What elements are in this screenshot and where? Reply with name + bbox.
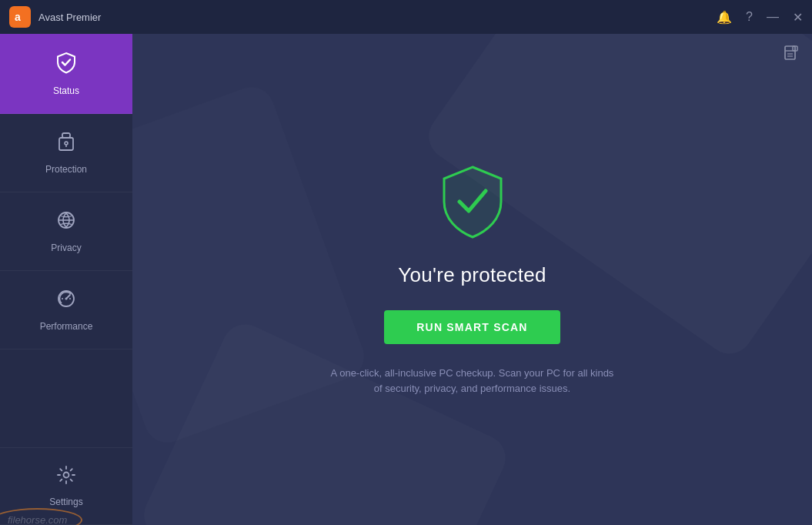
watermark-text: filehorse.com	[0, 508, 82, 525]
watermark: filehorse.com	[0, 508, 82, 525]
sidebar-item-label-status: Status	[53, 85, 79, 96]
sidebar-bottom: Settings filehorse.com	[0, 447, 132, 525]
performance-icon	[55, 288, 77, 315]
app-title: Avast Premier	[38, 12, 101, 23]
shield-container	[438, 163, 507, 243]
svg-text:a: a	[15, 11, 21, 23]
privacy-icon	[55, 209, 77, 236]
close-icon[interactable]: ✕	[793, 10, 803, 25]
scan-description: A one-click, all-inclusive PC checkup. S…	[326, 366, 619, 396]
sidebar-item-status[interactable]: Status	[0, 34, 132, 114]
sidebar-item-settings[interactable]: Settings filehorse.com	[0, 448, 132, 525]
svg-rect-13	[785, 46, 795, 59]
sidebar: Status Protection	[0, 34, 132, 525]
run-smart-scan-button[interactable]: RUN SMART SCAN	[384, 310, 560, 344]
document-icon[interactable]	[783, 45, 800, 65]
minimize-icon[interactable]: ―	[767, 10, 779, 24]
status-content: You're protected RUN SMART SCAN A one-cl…	[326, 163, 619, 396]
sidebar-item-protection[interactable]: Protection	[0, 114, 132, 192]
status-icon	[55, 51, 78, 79]
sidebar-item-label-privacy: Privacy	[51, 242, 81, 253]
sidebar-item-performance[interactable]: Performance	[0, 271, 132, 349]
app-container: Status Protection	[0, 34, 812, 525]
main-content: You're protected RUN SMART SCAN A one-cl…	[132, 34, 812, 525]
status-text: You're protected	[398, 263, 546, 287]
window-controls: 🔔 ? ― ✕	[717, 10, 803, 25]
sidebar-item-privacy[interactable]: Privacy	[0, 192, 132, 271]
sidebar-item-label-performance: Performance	[40, 321, 93, 332]
svg-point-3	[65, 142, 68, 145]
settings-icon	[56, 465, 76, 490]
notification-icon[interactable]: 🔔	[717, 10, 732, 25]
sidebar-item-label-protection: Protection	[45, 164, 87, 175]
title-bar: a Avast Premier 🔔 ? ― ✕	[0, 0, 812, 34]
app-logo: a	[9, 6, 31, 28]
protection-icon	[55, 131, 77, 158]
sidebar-item-label-settings: Settings	[49, 497, 82, 507]
svg-point-9	[65, 298, 68, 300]
svg-rect-2	[59, 138, 73, 150]
help-icon[interactable]: ?	[746, 10, 753, 24]
svg-point-12	[64, 473, 69, 478]
